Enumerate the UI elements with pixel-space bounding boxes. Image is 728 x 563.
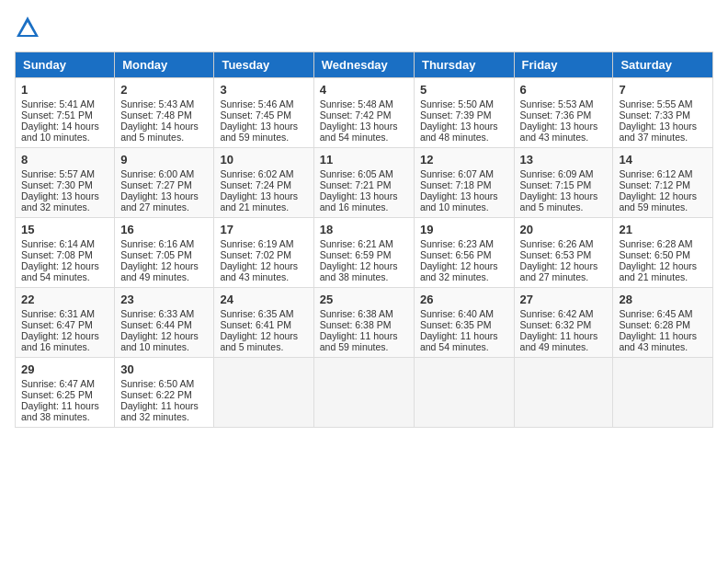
sunset-text: Sunset: 6:59 PM [320,249,392,260]
sunset-text: Sunset: 7:30 PM [21,179,93,190]
sunset-text: Sunset: 7:27 PM [120,179,192,190]
daylight-text: Daylight: 12 hours and 54 minutes. [21,260,99,282]
day-number: 2 [120,83,208,97]
sunrise-text: Sunrise: 6:16 AM [120,238,194,249]
sunset-text: Sunset: 6:38 PM [320,319,392,330]
sunset-text: Sunset: 7:51 PM [21,109,93,121]
daylight-text: Daylight: 12 hours and 27 minutes. [520,260,598,282]
daylight-text: Daylight: 12 hours and 5 minutes. [220,330,298,352]
day-number: 14 [619,153,707,167]
sunset-text: Sunset: 6:53 PM [520,249,592,260]
sunrise-text: Sunrise: 5:55 AM [619,98,692,109]
day-number: 1 [21,83,108,97]
day-number: 23 [120,293,208,306]
day-number: 29 [21,362,108,376]
sunrise-text: Sunrise: 6:07 AM [420,168,494,179]
table-row [613,358,713,428]
day-number: 5 [420,83,508,97]
table-row: 9Sunrise: 6:00 AMSunset: 7:27 PMDaylight… [115,148,214,218]
calendar-table: Sunday Monday Tuesday Wednesday Thursday… [15,52,713,428]
day-number: 21 [619,223,707,236]
sunset-text: Sunset: 6:22 PM [120,389,192,400]
sunset-text: Sunset: 6:50 PM [619,249,690,260]
day-number: 19 [420,223,508,236]
sunset-text: Sunset: 7:45 PM [220,109,291,121]
daylight-text: Daylight: 11 hours and 49 minutes. [520,330,598,352]
table-row [514,358,613,428]
sunrise-text: Sunrise: 6:19 AM [220,238,293,249]
col-wednesday: Wednesday [313,52,414,78]
sunset-text: Sunset: 6:25 PM [21,389,93,400]
daylight-text: Daylight: 12 hours and 43 minutes. [220,260,298,282]
table-row: 20Sunrise: 6:26 AMSunset: 6:53 PMDayligh… [514,218,613,288]
sunrise-text: Sunrise: 6:42 AM [520,308,594,319]
daylight-text: Daylight: 12 hours and 21 minutes. [619,260,697,282]
sunrise-text: Sunrise: 5:41 AM [21,98,95,109]
sunset-text: Sunset: 7:02 PM [220,249,291,260]
sunset-text: Sunset: 6:35 PM [420,319,492,330]
col-thursday: Thursday [414,52,514,78]
sunrise-text: Sunrise: 6:09 AM [520,168,594,179]
sunrise-text: Sunrise: 6:12 AM [619,168,692,179]
day-number: 17 [220,223,307,236]
daylight-text: Daylight: 11 hours and 38 minutes. [21,400,99,422]
sunset-text: Sunset: 7:24 PM [220,179,291,190]
sunrise-text: Sunrise: 6:23 AM [420,238,494,249]
table-row: 28Sunrise: 6:45 AMSunset: 6:28 PMDayligh… [613,288,713,358]
sunrise-text: Sunrise: 5:46 AM [220,98,293,109]
sunrise-text: Sunrise: 6:50 AM [120,378,194,389]
daylight-text: Daylight: 13 hours and 54 minutes. [320,121,398,143]
sunrise-text: Sunrise: 6:35 AM [220,308,293,319]
table-row: 30Sunrise: 6:50 AMSunset: 6:22 PMDayligh… [115,358,214,428]
sunset-text: Sunset: 7:15 PM [520,179,592,190]
sunset-text: Sunset: 6:41 PM [220,319,291,330]
col-sunday: Sunday [16,52,115,78]
daylight-text: Daylight: 12 hours and 10 minutes. [120,330,199,352]
day-number: 6 [520,83,608,97]
sunset-text: Sunset: 6:47 PM [21,319,93,330]
table-row: 22Sunrise: 6:31 AMSunset: 6:47 PMDayligh… [16,288,115,358]
table-row: 8Sunrise: 5:57 AMSunset: 7:30 PMDaylight… [16,148,115,218]
daylight-text: Daylight: 13 hours and 48 minutes. [420,121,498,143]
logo [15,15,42,40]
table-row: 12Sunrise: 6:07 AMSunset: 7:18 PMDayligh… [414,148,514,218]
sunset-text: Sunset: 7:48 PM [120,109,192,121]
table-row: 4Sunrise: 5:48 AMSunset: 7:42 PMDaylight… [313,78,414,148]
table-row: 13Sunrise: 6:09 AMSunset: 7:15 PMDayligh… [514,148,613,218]
table-row: 1Sunrise: 5:41 AMSunset: 7:51 PMDaylight… [16,78,115,148]
daylight-text: Daylight: 14 hours and 10 minutes. [21,121,99,143]
col-saturday: Saturday [613,52,713,78]
daylight-text: Daylight: 11 hours and 43 minutes. [619,330,697,352]
table-row: 18Sunrise: 6:21 AMSunset: 6:59 PMDayligh… [313,218,414,288]
daylight-text: Daylight: 12 hours and 59 minutes. [619,190,697,213]
table-row: 16Sunrise: 6:16 AMSunset: 7:05 PMDayligh… [115,218,214,288]
sunset-text: Sunset: 7:08 PM [21,249,93,260]
table-row: 19Sunrise: 6:23 AMSunset: 6:56 PMDayligh… [414,218,514,288]
table-row: 7Sunrise: 5:55 AMSunset: 7:33 PMDaylight… [613,78,713,148]
day-number: 15 [21,223,108,236]
sunset-text: Sunset: 7:39 PM [420,109,492,121]
table-row: 11Sunrise: 6:05 AMSunset: 7:21 PMDayligh… [313,148,414,218]
sunset-text: Sunset: 7:21 PM [320,179,392,190]
table-row: 5Sunrise: 5:50 AMSunset: 7:39 PMDaylight… [414,78,514,148]
sunrise-text: Sunrise: 5:48 AM [320,98,393,109]
sunrise-text: Sunrise: 6:40 AM [420,308,494,319]
sunrise-text: Sunrise: 6:45 AM [619,308,692,319]
sunset-text: Sunset: 7:42 PM [320,109,392,121]
table-row: 2Sunrise: 5:43 AMSunset: 7:48 PMDaylight… [115,78,214,148]
sunset-text: Sunset: 6:32 PM [520,319,592,330]
day-number: 7 [619,83,707,97]
col-monday: Monday [115,52,214,78]
day-number: 8 [21,153,108,167]
daylight-text: Daylight: 13 hours and 32 minutes. [21,190,99,213]
sunrise-text: Sunrise: 6:02 AM [220,168,293,179]
daylight-text: Daylight: 13 hours and 27 minutes. [120,190,199,213]
col-friday: Friday [514,52,613,78]
day-number: 13 [520,153,608,167]
daylight-text: Daylight: 13 hours and 43 minutes. [520,121,598,143]
daylight-text: Daylight: 14 hours and 5 minutes. [120,121,199,143]
day-number: 4 [320,83,408,97]
day-number: 26 [420,293,508,306]
table-row: 6Sunrise: 5:53 AMSunset: 7:36 PMDaylight… [514,78,613,148]
day-number: 16 [120,223,208,236]
